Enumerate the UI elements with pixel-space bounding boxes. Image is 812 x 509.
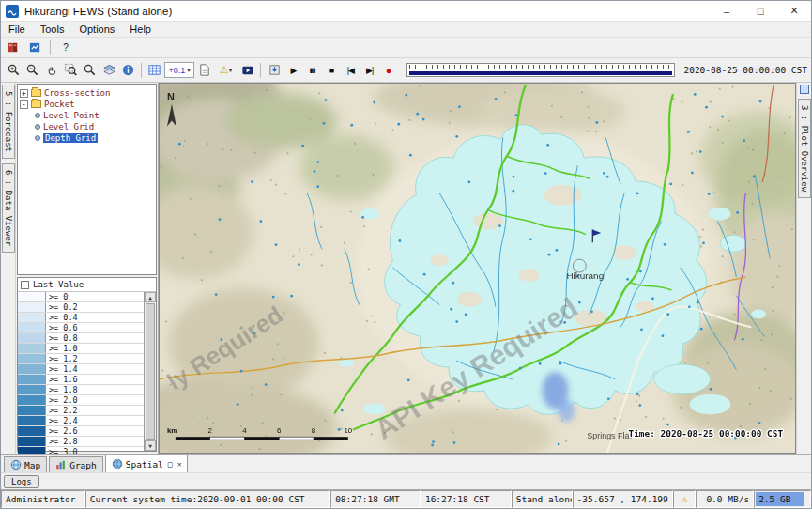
menu-options[interactable]: Options (71, 23, 122, 35)
grid-display-button[interactable] (146, 61, 163, 79)
legend-row[interactable]: >= 1.8 (18, 385, 144, 395)
tree-label: Depth Grid (43, 133, 98, 143)
download-icon (268, 63, 282, 77)
scroll-up-icon[interactable]: ▲ (145, 292, 156, 302)
tree-node-level-point[interactable]: Level Point (20, 110, 154, 121)
record-button[interactable]: ● (379, 61, 397, 79)
tab-label: Map (24, 460, 40, 470)
profile-display-button[interactable] (195, 61, 213, 79)
pause-button[interactable]: ▮▮ (303, 61, 321, 79)
zoom-extent-icon (83, 63, 97, 77)
status-warning-cell[interactable]: ⚠ (673, 490, 696, 508)
tab-close-icon[interactable]: ✕ (177, 460, 182, 469)
zoom-extent-button[interactable] (81, 61, 99, 79)
tree-label: Pocket (44, 100, 75, 109)
menu-tools[interactable]: Tools (33, 23, 72, 35)
legend-row[interactable]: >= 0.8 (18, 333, 144, 344)
legend-swatch (18, 385, 46, 394)
expand-icon[interactable]: + (20, 89, 28, 98)
menu-file[interactable]: File (1, 23, 33, 35)
display-manager-button[interactable] (25, 39, 44, 56)
map-viewport[interactable]: ly Required API Key Required Hikurangi S… (159, 83, 796, 454)
tab-plot-overview[interactable]: 3 : Plot Overview (798, 99, 811, 198)
legend-panel: Last Value >= 0>= 0.2>= 0.4>= 0.6>= 0.8>… (17, 277, 157, 452)
legend-row[interactable]: >= 2.8 (18, 437, 144, 447)
stop-icon: ■ (329, 66, 333, 75)
toolbar-separator (141, 63, 142, 78)
current-time-display: 2020-08-25 00:00:00 CST (683, 65, 807, 75)
help-button[interactable]: ? (56, 39, 75, 56)
animation-export-button[interactable] (238, 61, 256, 79)
legend-row[interactable]: >= 0.2 (18, 302, 144, 313)
legend-swatch (18, 333, 46, 343)
tab-label: Spatial (126, 459, 163, 470)
tab-map[interactable]: Map (4, 456, 47, 472)
scrollbar-thumb[interactable] (146, 303, 155, 440)
app-window: Hikurangi FEWS (Stand alone) – □ ✕ File … (0, 0, 812, 509)
tab-spatial[interactable]: Spatial □ ✕ (105, 455, 189, 472)
legend-row[interactable]: >= 1.2 (18, 354, 144, 364)
tree-node-level-grid[interactable]: Level Grid (20, 121, 154, 132)
map-canvas: ly Required API Key Required Hikurangi S… (160, 84, 795, 453)
system-time-status: Current system time:2020-09-01 00:00 CST (85, 490, 330, 508)
warning-icon: ⚠ (220, 64, 229, 76)
legend-body: >= 0>= 0.2>= 0.4>= 0.6>= 0.8>= 1.0>= 1.2… (18, 292, 156, 451)
maximize-button[interactable]: □ (743, 1, 777, 21)
tree-node-pocket[interactable]: - Pocket (20, 99, 154, 110)
legend-row[interactable]: >= 1.0 (18, 344, 144, 354)
thresholds-button[interactable]: ⚠ ▾ (214, 61, 237, 79)
info-button[interactable] (119, 61, 137, 79)
legend-row[interactable]: >= 2.4 (18, 416, 144, 426)
zoom-in-button[interactable] (5, 61, 23, 79)
tab-forecast[interactable]: 5 : Forecast (2, 85, 15, 159)
scale-tick-label: 4 (242, 426, 247, 435)
interval-selector[interactable]: +0.1 ▾ (164, 62, 193, 78)
first-frame-icon: |◀ (347, 66, 354, 75)
last-value-checkbox[interactable] (21, 281, 29, 289)
layers-button[interactable] (100, 61, 118, 79)
warning-icon: ⚠ (682, 493, 688, 505)
zoom-out-button[interactable] (23, 61, 41, 79)
save-snapshot-button[interactable] (265, 61, 283, 79)
last-frame-button[interactable]: ▶| (360, 61, 378, 79)
legend-row[interactable]: >= 0.6 (18, 323, 144, 333)
tab-graph[interactable]: Graph (49, 456, 103, 472)
zoom-box-button[interactable] (62, 61, 80, 79)
stop-button[interactable]: ■ (322, 61, 340, 79)
memory-usage: 2.5 GB (754, 490, 811, 508)
legend-row[interactable]: >= 1.6 (18, 375, 144, 385)
folder-icon (31, 100, 41, 108)
graph-icon (55, 459, 67, 470)
legend-label: >= 2.0 (46, 395, 78, 405)
legend-row[interactable]: >= 2.6 (18, 426, 144, 437)
pan-button[interactable] (43, 61, 61, 79)
minimize-button[interactable]: – (710, 1, 743, 21)
first-frame-button[interactable]: |◀ (342, 61, 360, 79)
legend-row[interactable]: >= 0.4 (18, 313, 144, 323)
play-button[interactable]: ▶ (284, 61, 302, 79)
app-icon (6, 5, 19, 18)
dock-layout-icon[interactable] (800, 85, 809, 94)
tab-maximize-icon[interactable]: □ (168, 460, 173, 469)
legend-swatch (18, 313, 46, 322)
tree-node-depth-grid[interactable]: Depth Grid (20, 132, 154, 144)
menu-help[interactable]: Help (122, 23, 159, 35)
tab-data-viewer[interactable]: 6 : Data Viewer (2, 163, 15, 253)
collapse-icon[interactable]: - (20, 100, 28, 109)
forecast-manager-button[interactable] (4, 39, 23, 56)
legend-scrollbar[interactable]: ▲ ▼ (144, 292, 156, 451)
time-slider[interactable] (406, 63, 676, 77)
legend-swatch (18, 323, 46, 332)
legend-header: Last Value (18, 278, 156, 292)
logs-button[interactable]: Logs (4, 475, 39, 488)
legend-swatch (18, 437, 46, 446)
scroll-down-icon[interactable]: ▼ (145, 440, 156, 451)
close-button[interactable]: ✕ (777, 1, 811, 21)
tree-node-cross-section[interactable]: + Cross-section (20, 87, 154, 99)
legend-row[interactable]: >= 2.0 (18, 395, 144, 406)
grid-icon (147, 63, 161, 77)
legend-swatch (18, 354, 46, 363)
legend-row[interactable]: >= 1.4 (18, 364, 144, 375)
legend-row[interactable]: >= 0 (18, 292, 144, 302)
legend-row[interactable]: >= 2.2 (18, 406, 144, 416)
